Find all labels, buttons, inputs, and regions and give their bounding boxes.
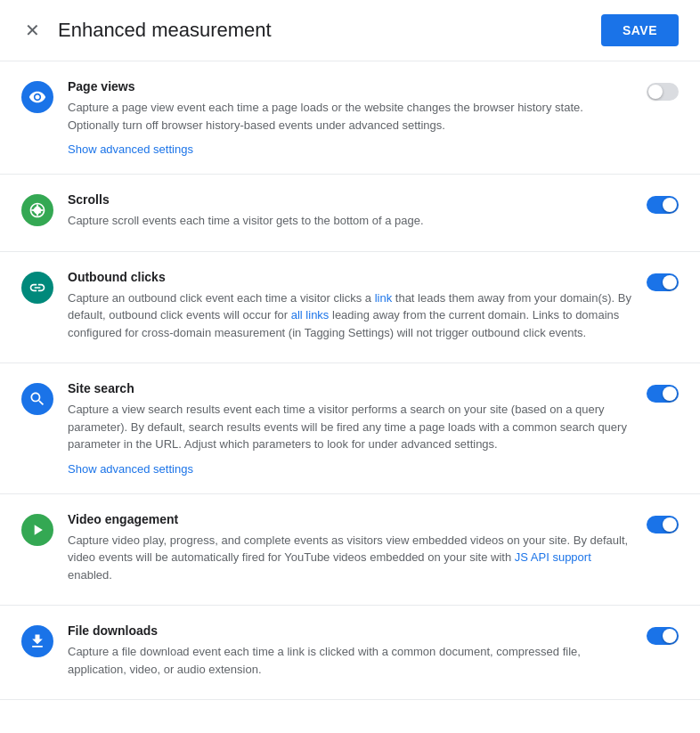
- site-search-toggle-area: [647, 381, 679, 403]
- settings-list: Page views Capture a page view event eac…: [0, 61, 700, 700]
- scrolls-body: Scrolls Capture scroll events each time …: [68, 192, 632, 233]
- file-downloads-body: File downloads Capture a file download e…: [68, 623, 632, 681]
- page-views-desc: Capture a page view event each time a pa…: [68, 99, 632, 134]
- video-engagement-title: Video engagement: [68, 512, 632, 526]
- page-views-show-advanced[interactable]: Show advanced settings: [68, 143, 193, 156]
- file-downloads-toggle-area: [647, 623, 679, 645]
- outbound-link[interactable]: link: [375, 291, 393, 305]
- setting-row-video-engagement: Video engagement Capture video play, pro…: [0, 494, 700, 607]
- scrolls-toggle-slider: [647, 196, 679, 214]
- scrolls-desc: Capture scroll events each time a visito…: [68, 212, 632, 230]
- outbound-clicks-desc: Capture an outbound click event each tim…: [68, 289, 632, 342]
- outbound-clicks-icon: [21, 272, 53, 304]
- outbound-all-links[interactable]: all links: [291, 308, 330, 322]
- page-views-toggle[interactable]: [647, 83, 679, 101]
- close-button[interactable]: ✕: [21, 18, 44, 43]
- js-api-support-link[interactable]: JS API support: [515, 550, 591, 564]
- outbound-clicks-toggle-slider: [647, 273, 679, 291]
- file-downloads-icon: [21, 625, 53, 657]
- header-left: ✕ Enhanced measurement: [21, 18, 272, 43]
- setting-row-file-downloads: File downloads Capture a file download e…: [0, 606, 700, 700]
- header: ✕ Enhanced measurement SAVE: [0, 0, 700, 61]
- page-views-body: Page views Capture a page view event eac…: [68, 79, 632, 156]
- site-search-toggle[interactable]: [647, 385, 679, 403]
- scrolls-toggle-area: [647, 192, 679, 214]
- file-downloads-title: File downloads: [68, 623, 632, 638]
- site-search-body: Site search Capture a view search result…: [68, 381, 632, 476]
- outbound-clicks-title: Outbound clicks: [68, 270, 632, 284]
- page-title: Enhanced measurement: [58, 19, 272, 42]
- video-engagement-icon: [21, 514, 53, 546]
- file-downloads-toggle-slider: [647, 627, 679, 645]
- file-downloads-desc: Capture a file download event each time …: [68, 643, 632, 678]
- video-engagement-desc: Capture video play, progress, and comple…: [68, 532, 632, 584]
- video-engagement-body: Video engagement Capture video play, pro…: [68, 512, 632, 588]
- setting-row-outbound-clicks: Outbound clicks Capture an outbound clic…: [0, 252, 700, 364]
- setting-row-site-search: Site search Capture a view search result…: [0, 363, 700, 494]
- setting-row-scrolls: Scrolls Capture scroll events each time …: [0, 175, 700, 252]
- setting-row-page-views: Page views Capture a page view event eac…: [0, 61, 700, 175]
- scrolls-title: Scrolls: [68, 192, 632, 207]
- video-engagement-toggle-slider: [647, 516, 679, 533]
- scrolls-icon: [21, 194, 53, 226]
- file-downloads-toggle[interactable]: [647, 627, 679, 645]
- site-search-icon: [21, 383, 53, 415]
- outbound-clicks-toggle[interactable]: [647, 273, 679, 291]
- video-engagement-toggle[interactable]: [647, 516, 679, 533]
- scrolls-toggle[interactable]: [647, 196, 679, 214]
- site-search-title: Site search: [68, 381, 632, 395]
- outbound-clicks-body: Outbound clicks Capture an outbound clic…: [68, 270, 632, 346]
- site-search-desc: Capture a view search results event each…: [68, 401, 632, 453]
- site-search-toggle-slider: [647, 385, 679, 403]
- page-views-title: Page views: [68, 79, 632, 94]
- page-views-toggle-slider: [647, 83, 679, 101]
- outbound-clicks-toggle-area: [647, 270, 679, 291]
- page-views-icon: [21, 81, 53, 113]
- site-search-show-advanced[interactable]: Show advanced settings: [68, 462, 193, 476]
- video-engagement-toggle-area: [647, 512, 679, 533]
- page-views-toggle-area: [647, 79, 679, 101]
- save-button[interactable]: SAVE: [601, 14, 679, 46]
